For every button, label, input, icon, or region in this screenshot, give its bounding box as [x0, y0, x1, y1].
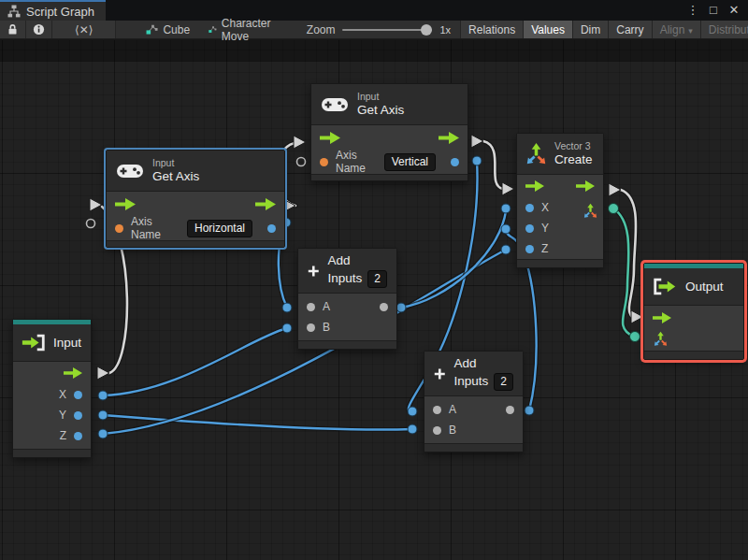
value-out-dot[interactable]: [506, 406, 514, 414]
value-in-dot[interactable]: [307, 303, 315, 311]
node-add-2[interactable]: Add Inputs 2 A B: [424, 351, 524, 452]
unconnected-port-circle[interactable]: [297, 158, 306, 166]
value-out-dot[interactable]: [267, 224, 276, 233]
value-port-dot[interactable]: [525, 406, 534, 415]
flow-in-arrow-icon[interactable]: [115, 198, 136, 210]
flow-port-triangle[interactable]: [97, 366, 109, 380]
value-in-dot[interactable]: [525, 245, 534, 253]
value-port-dot[interactable]: [98, 410, 108, 420]
values-button[interactable]: Values: [523, 21, 572, 38]
dim-button[interactable]: Dim: [572, 21, 608, 38]
breadcrumb-label: Character Move: [222, 17, 275, 43]
toolbar-toggles: Relations Values Dim Carry Align ▾ Distr…: [460, 21, 748, 38]
unconnected-port-circle[interactable]: [87, 220, 95, 228]
node-output[interactable]: Output: [643, 263, 744, 360]
distribute-dropdown[interactable]: Distribute ▾: [700, 21, 748, 38]
flow-out-arrow-icon[interactable]: [64, 367, 82, 379]
port-label: A: [449, 403, 456, 416]
flow-out-arrow-icon[interactable]: [255, 198, 276, 210]
port-label: Axis Name: [336, 149, 377, 175]
value-port-dot[interactable]: [472, 156, 482, 165]
close-icon[interactable]: ✕: [726, 1, 742, 20]
axis-name-field[interactable]: Vertical: [384, 153, 436, 171]
flow-port-triangle[interactable]: [471, 135, 483, 148]
value-in-dot[interactable]: [307, 323, 315, 332]
node-input[interactable]: Input X Y Z: [12, 319, 92, 458]
value-port-dot[interactable]: [408, 424, 417, 434]
value-port-dot[interactable]: [282, 323, 292, 333]
zoom-slider-track[interactable]: [342, 29, 432, 31]
value-out-dot[interactable]: [74, 391, 82, 399]
value-port-dot[interactable]: [282, 303, 292, 312]
flow-in-arrow-icon[interactable]: [320, 132, 340, 144]
carry-button[interactable]: Carry: [608, 21, 651, 38]
value-out-dot[interactable]: [451, 158, 459, 166]
string-port-dot[interactable]: [115, 224, 123, 233]
value-port-dot[interactable]: [396, 303, 406, 312]
lock-button[interactable]: [0, 21, 26, 38]
value-in-dot[interactable]: [525, 224, 534, 233]
input-icon: [21, 334, 47, 352]
value-out-dot[interactable]: [74, 432, 82, 440]
value-port-dot[interactable]: [98, 391, 108, 400]
value-port-dot[interactable]: [501, 245, 511, 254]
flow-port-triangle[interactable]: [90, 198, 102, 211]
zoom-control: Zoom 1x: [297, 21, 460, 38]
inputs-count-field[interactable]: 2: [367, 270, 387, 288]
node-category: Vector 3: [554, 140, 593, 152]
node-get-axis-horizontal[interactable]: Input Get Axis Axis Name Horizontal: [106, 150, 285, 248]
plus-icon: [434, 362, 446, 386]
vector3-port-dot[interactable]: [609, 204, 619, 214]
info-button[interactable]: [26, 21, 52, 38]
tab-script-graph[interactable]: Script Graph: [0, 0, 106, 21]
value-out-dot[interactable]: [74, 411, 82, 420]
lock-icon: [7, 23, 19, 36]
zoom-slider-handle[interactable]: [421, 24, 432, 36]
tab-title: Script Graph: [26, 5, 94, 19]
string-port-dot[interactable]: [320, 158, 328, 166]
graph-canvas[interactable]: Input Get Axis Axis Name Vertical: [0, 40, 748, 560]
node-add-1[interactable]: Add Inputs 2 A B: [297, 248, 397, 350]
flow-out-arrow-icon[interactable]: [439, 132, 459, 144]
tab-bar: Script Graph ⋮ □ ✕: [0, 0, 748, 21]
value-port-dot[interactable]: [98, 429, 108, 438]
flow-out-arrow-icon[interactable]: [576, 180, 595, 192]
value-in-dot[interactable]: [525, 204, 534, 212]
value-out-dot[interactable]: [380, 303, 388, 311]
breadcrumb-character-move[interactable]: Character Move: [199, 21, 284, 38]
axis-name-field[interactable]: Horizontal: [187, 220, 252, 237]
flow-port-triangle[interactable]: [294, 136, 306, 149]
node-footer: [13, 449, 91, 457]
menu-icon[interactable]: ⋮: [684, 1, 701, 20]
flow-in-arrow-icon[interactable]: [653, 312, 671, 323]
flow-port-triangle[interactable]: [502, 182, 514, 195]
value-port-dot[interactable]: [408, 407, 417, 416]
inputs-label: Inputs: [454, 374, 489, 389]
value-port-dot[interactable]: [501, 204, 511, 213]
value-port-dot[interactable]: [501, 224, 511, 234]
breadcrumb-cube[interactable]: Cube: [137, 21, 199, 38]
vector3-input-icon[interactable]: [653, 331, 669, 350]
code-view-button[interactable]: ⟨✕⟩: [52, 21, 116, 38]
flow-port-triangle[interactable]: [631, 310, 643, 323]
align-dropdown[interactable]: Align ▾: [652, 21, 700, 38]
value-in-dot[interactable]: [433, 426, 441, 435]
port-label: B: [449, 424, 456, 437]
node-title: Output: [685, 280, 724, 294]
inputs-label: Inputs: [328, 271, 363, 286]
inputs-count-field[interactable]: 2: [494, 373, 513, 391]
flow-port-triangle[interactable]: [609, 183, 621, 196]
maximize-icon[interactable]: □: [705, 1, 722, 20]
vector3-port-dot[interactable]: [630, 332, 640, 342]
wire-getaxis-vertical-to-vector3-flow[interactable]: [483, 141, 503, 189]
relations-button[interactable]: Relations: [460, 21, 523, 38]
value-in-dot[interactable]: [433, 406, 441, 414]
node-header: Input Get Axis: [311, 84, 468, 125]
node-get-axis-vertical[interactable]: Input Get Axis Axis Name Vertical: [310, 83, 468, 181]
info-icon: [33, 23, 45, 36]
node-vector3-create[interactable]: Vector 3 Create X Y Z: [516, 133, 604, 268]
node-header: Vector 3 Create: [517, 134, 603, 175]
graph-icon: [7, 5, 21, 18]
vector3-output-icon[interactable]: [583, 203, 598, 222]
flow-in-arrow-icon[interactable]: [525, 180, 544, 192]
